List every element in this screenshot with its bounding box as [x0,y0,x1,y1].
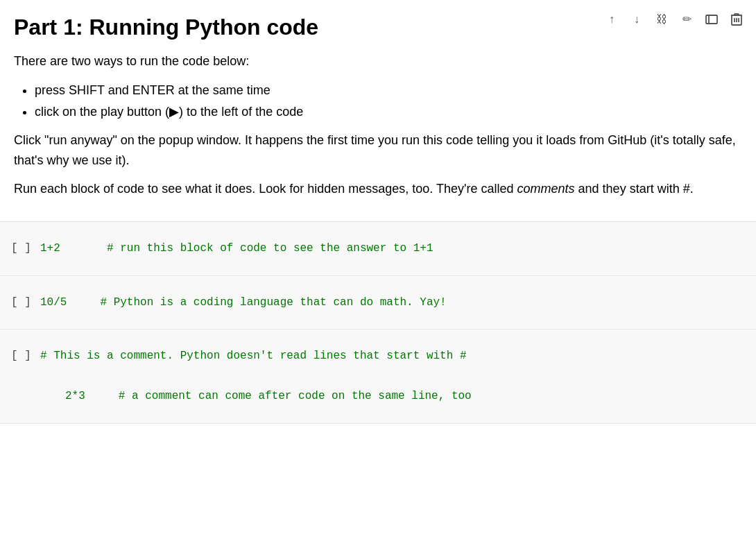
comments-text-start: Run each block of code to see what it do… [14,182,517,196]
text-cell-toolbar: ↑ ↓ ⛓ ✏ [602,10,746,29]
expand-icon[interactable] [702,10,721,29]
text-cell: ↑ ↓ ⛓ ✏ [0,0,756,222]
cell-bracket-1: [ ] [11,239,33,257]
code-cell-3[interactable]: [ ] # This is a comment. Python doesn't … [0,330,756,423]
code-comment-1: # run this block of code to see the answ… [67,242,433,255]
intro-paragraph: There are two ways to run the code below… [14,51,742,71]
code-line-1: 1+2 # run this block of code to see the … [40,239,745,259]
code-content-1[interactable]: 1+2 # run this block of code to see the … [40,239,745,259]
arrow-up-icon[interactable]: ↑ [602,10,621,29]
edit-icon[interactable]: ✏ [677,10,696,29]
delete-icon[interactable] [727,10,746,29]
cell-bracket-3: [ ] [11,346,33,364]
instruction-list: press SHIFT and ENTER at the same time c… [35,80,742,122]
code-line-3a: # This is a comment. Python doesn't read… [40,346,745,366]
code-cell-2[interactable]: [ ] 10/5 # Python is a coding language t… [0,276,756,330]
cell-bracket-2: [ ] [11,293,33,311]
code-content-3[interactable]: # This is a comment. Python doesn't read… [40,346,745,406]
code-line-3b: 2*3 # a comment can come after code on t… [40,386,745,407]
code-line-2: 10/5 # Python is a coding language that … [40,293,745,313]
notebook-container: ↑ ↓ ⛓ ✏ [0,0,756,539]
comments-paragraph: Run each block of code to see what it do… [14,179,742,199]
code-content-2[interactable]: 10/5 # Python is a coding language that … [40,293,745,313]
code-expr-1: 1+2 [40,242,60,255]
comments-italic: comments [517,182,575,196]
popup-paragraph: Click "run anyway" on the popup window. … [14,130,742,171]
code-expr-2: 10/5 [40,296,67,309]
code-comment-3a: # This is a comment. Python doesn't read… [40,350,467,362]
code-comment-3b: # a comment can come after code on the s… [92,390,471,402]
comments-text-end: and they start with #. [575,182,694,196]
arrow-down-icon[interactable]: ↓ [627,10,646,29]
svg-rect-0 [706,15,717,24]
list-item: click on the play button (▶) to the left… [35,101,742,123]
code-comment-2: # Python is a coding language that can d… [74,296,447,309]
code-cell-1[interactable]: [ ] 1+2 # run this block of code to see … [0,222,756,276]
list-item: press SHIFT and ENTER at the same time [35,80,742,101]
link-icon[interactable]: ⛓ [652,10,671,29]
code-expr-3b: 2*3 [65,390,85,402]
